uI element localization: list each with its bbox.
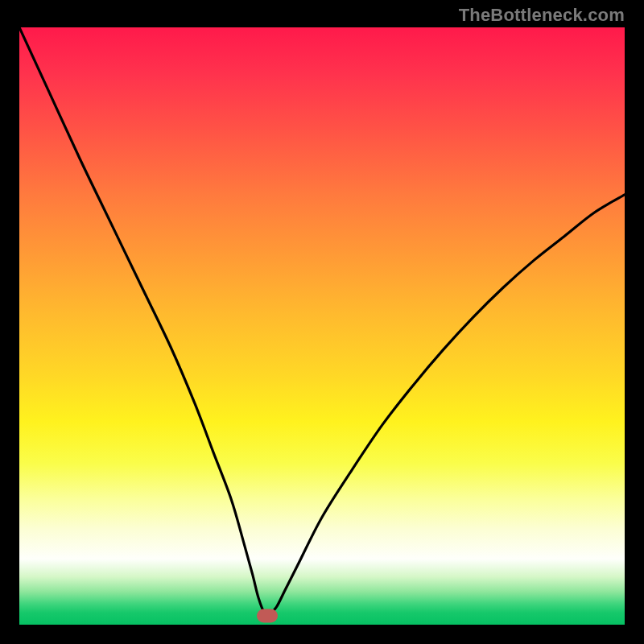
optimal-marker: [257, 609, 278, 622]
plot-area: [19, 27, 625, 625]
watermark-text: TheBottleneck.com: [459, 5, 625, 26]
outer-frame: TheBottleneck.com: [0, 0, 644, 644]
bottleneck-curve: [19, 27, 625, 625]
